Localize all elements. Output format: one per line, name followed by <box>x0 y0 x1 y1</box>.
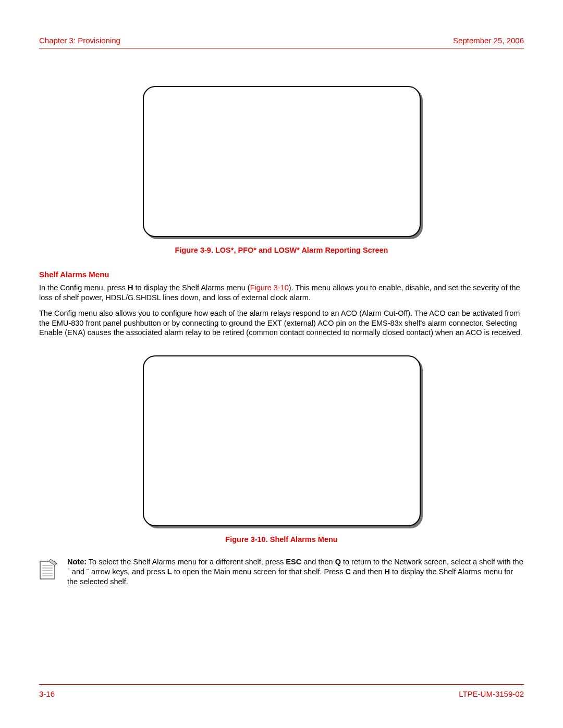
figure-2-container <box>39 355 524 526</box>
paragraph-2: The Config menu also allows you to confi… <box>39 309 524 338</box>
note-block: Note: To select the Shelf Alarms menu fo… <box>39 557 524 587</box>
figure-1-box <box>143 86 421 237</box>
note-key-l: L <box>167 567 172 576</box>
note-t4: and <box>70 567 87 576</box>
para1-key-h: H <box>128 283 133 292</box>
document-id: LTPE-UM-3159-02 <box>459 689 524 699</box>
page-header: Chapter 3: Provisioning September 25, 20… <box>39 35 524 48</box>
paragraph-1: In the Config menu, press H to display t… <box>39 283 524 302</box>
note-icon <box>39 558 58 581</box>
note-t6: to open the Main menu screen for that sh… <box>172 567 346 576</box>
date-label: September 25, 2006 <box>453 35 524 46</box>
note-t7: and then <box>351 567 385 576</box>
note-t5: arrow keys, and press <box>89 567 167 576</box>
note-t3: to return to the Network screen, select … <box>341 558 523 566</box>
figure-1-container <box>39 86 524 237</box>
note-text: Note: To select the Shelf Alarms menu fo… <box>67 557 524 587</box>
figure-1-caption: Figure 3-9. LOS*, PFO* and LOSW* Alarm R… <box>39 245 524 256</box>
section-heading-shelf-alarms: Shelf Alarms Menu <box>39 269 524 280</box>
page-number: 3-16 <box>39 689 55 699</box>
para1-mid: to display the Shelf Alarms menu ( <box>133 283 250 292</box>
figure-3-10-xref[interactable]: Figure 3-10 <box>250 283 289 292</box>
para1-lead: In the Config menu, press <box>39 283 128 292</box>
note-key-esc: ESC <box>286 558 301 566</box>
chapter-label: Chapter 3: Provisioning <box>39 35 120 46</box>
note-key-h: H <box>385 567 390 576</box>
note-t2: and then <box>301 558 335 566</box>
note-label: Note: <box>67 558 87 566</box>
note-key-q: Q <box>335 558 341 566</box>
note-key-c: C <box>346 567 351 576</box>
figure-2-caption: Figure 3-10. Shelf Alarms Menu <box>39 535 524 545</box>
page-footer: 3-16 LTPE-UM-3159-02 <box>39 684 524 699</box>
note-t1: To select the Shelf Alarms menu for a di… <box>87 558 286 566</box>
figure-2-box <box>143 355 421 526</box>
